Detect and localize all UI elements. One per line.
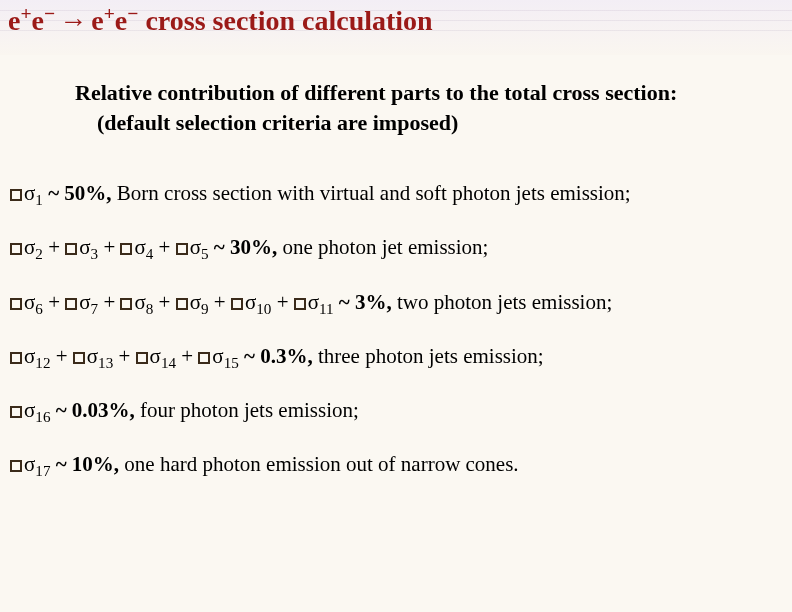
sigma-subscript: 14: [161, 355, 176, 371]
sigma-symbol: σ: [24, 290, 35, 314]
sigma-subscript: 15: [224, 355, 239, 371]
title-tail: cross section calculation: [145, 5, 432, 36]
title-rhs: e+e−: [91, 5, 138, 36]
bullet-icon: [294, 298, 306, 310]
sigma-symbol: σ: [190, 235, 201, 259]
sigma-symbol: σ: [308, 290, 319, 314]
sigma-symbol: σ: [212, 344, 223, 368]
intro-line1: Relative contribution of different parts…: [75, 80, 677, 105]
sigma-symbol: σ: [24, 235, 35, 259]
bullet-icon: [176, 243, 188, 255]
intro-line2: (default selection criteria are imposed): [97, 110, 458, 135]
bullet-icon: [65, 298, 77, 310]
sigma-subscript: 11: [319, 301, 334, 317]
title-lhs: e+e−: [8, 5, 55, 36]
sigma-subscript: 6: [35, 301, 43, 317]
bullet-icon: [176, 298, 188, 310]
sigma-subscript: 5: [201, 246, 209, 262]
sigma-symbol: σ: [87, 344, 98, 368]
sigma-symbol: σ: [79, 235, 90, 259]
bullet-icon: [73, 352, 85, 364]
sigma-subscript: 8: [146, 301, 154, 317]
bullet-icon: [10, 298, 22, 310]
sigma-subscript: 1: [35, 192, 43, 208]
bullet-icon: [198, 352, 210, 364]
sigma-subscript: 13: [98, 355, 113, 371]
bullet-icon: [231, 298, 243, 310]
bullet-icon: [10, 352, 22, 364]
sigma-subscript: 12: [35, 355, 50, 371]
bullet-icon: [10, 460, 22, 472]
percentage: ~ 30%,: [214, 235, 277, 259]
description: Born cross section with virtual and soft…: [117, 181, 631, 205]
bullet-icon: [120, 243, 132, 255]
percentage: ~ 0.3%,: [244, 344, 313, 368]
sigma-symbol: σ: [24, 452, 35, 476]
bullet-icon: [120, 298, 132, 310]
bullet-icon: [136, 352, 148, 364]
sigma-symbol: σ: [150, 344, 161, 368]
sigma-subscript: 2: [35, 246, 43, 262]
cross-section-item: σ17 ~ 10%, one hard photon emission out …: [10, 451, 770, 477]
sigma-symbol: σ: [134, 235, 145, 259]
sigma-symbol: σ: [245, 290, 256, 314]
sigma-subscript: 17: [35, 463, 50, 479]
sigma-symbol: σ: [134, 290, 145, 314]
description: two photon jets emission;: [397, 290, 612, 314]
sigma-subscript: 16: [35, 409, 50, 425]
arrow-icon: →: [55, 5, 91, 36]
sigma-symbol: σ: [190, 290, 201, 314]
sigma-subscript: 7: [91, 301, 99, 317]
items-list: σ1 ~ 50%, Born cross section with virtua…: [10, 180, 770, 506]
sigma-symbol: σ: [24, 398, 35, 422]
cross-section-item: σ2 + σ3 + σ4 + σ5 ~ 30%, one photon jet …: [10, 234, 770, 260]
sigma-subscript: 10: [256, 301, 271, 317]
bullet-icon: [65, 243, 77, 255]
cross-section-item: σ1 ~ 50%, Born cross section with virtua…: [10, 180, 770, 206]
percentage: ~ 10%,: [56, 452, 119, 476]
intro-text: Relative contribution of different parts…: [75, 78, 735, 137]
bullet-icon: [10, 243, 22, 255]
description: one photon jet emission;: [283, 235, 489, 259]
bullet-icon: [10, 406, 22, 418]
percentage: ~ 0.03%,: [56, 398, 135, 422]
slide: e+e−→e+e− cross section calculation Rela…: [0, 0, 792, 612]
sigma-symbol: σ: [79, 290, 90, 314]
description: three photon jets emission;: [318, 344, 544, 368]
sigma-symbol: σ: [24, 344, 35, 368]
sigma-subscript: 4: [146, 246, 154, 262]
slide-title: e+e−→e+e− cross section calculation: [8, 6, 433, 37]
cross-section-item: σ12 + σ13 + σ14 + σ15 ~ 0.3%, three phot…: [10, 343, 770, 369]
description: one hard photon emission out of narrow c…: [124, 452, 518, 476]
sigma-symbol: σ: [24, 181, 35, 205]
sigma-subscript: 3: [91, 246, 99, 262]
bullet-icon: [10, 189, 22, 201]
percentage: ~ 50%,: [48, 181, 111, 205]
percentage: ~ 3%,: [339, 290, 392, 314]
cross-section-item: σ6 + σ7 + σ8 + σ9 + σ10 + σ11 ~ 3%, two …: [10, 289, 770, 315]
cross-section-item: σ16 ~ 0.03%, four photon jets emission;: [10, 397, 770, 423]
description: four photon jets emission;: [140, 398, 359, 422]
sigma-subscript: 9: [201, 301, 209, 317]
